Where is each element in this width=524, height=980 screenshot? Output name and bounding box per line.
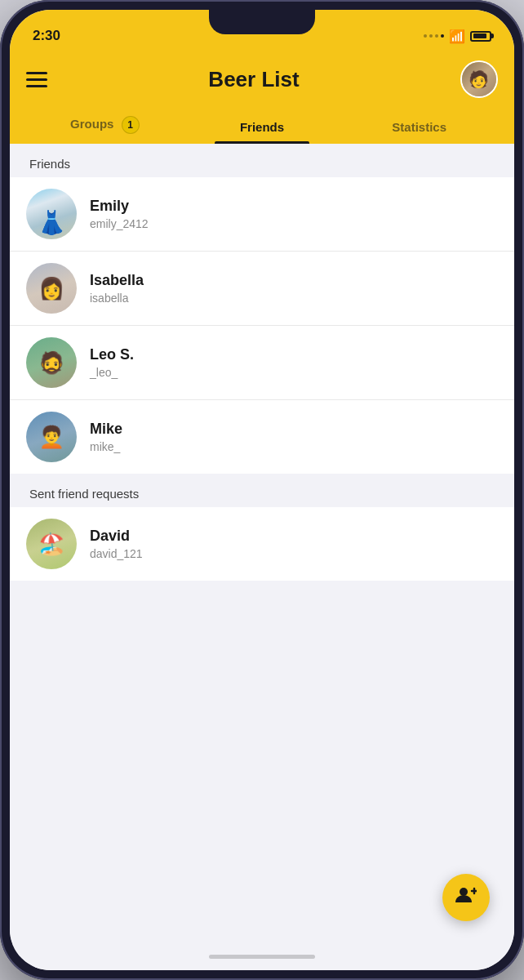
wifi-icon: 📶 xyxy=(449,29,465,44)
avatar-emily xyxy=(26,189,77,239)
tab-bar: Groups 1 Friends Statistics xyxy=(26,108,498,144)
friend-username: david_121 xyxy=(90,547,498,560)
friend-name: Mike xyxy=(90,421,498,438)
home-indicator xyxy=(10,948,514,970)
friend-name: Leo S. xyxy=(90,346,498,363)
phone-screen: 2:30 📶 xyxy=(10,10,514,970)
friend-info: Mike mike_ xyxy=(90,421,498,453)
hamburger-line xyxy=(26,78,47,81)
friend-name: Emily xyxy=(90,198,498,215)
friend-name: Isabella xyxy=(90,272,498,289)
friend-username: _leo_ xyxy=(90,366,498,379)
friend-name: David xyxy=(90,528,498,545)
user-avatar[interactable]: 🧑 xyxy=(460,60,498,98)
avatar-mike: 🧑‍🦱 xyxy=(26,412,77,462)
status-time: 2:30 xyxy=(33,28,60,44)
header-top: Beer List 🧑 xyxy=(26,60,498,108)
list-item[interactable]: 🧑‍🦱 Mike mike_ xyxy=(10,400,514,474)
avatar-david: 🏖️ xyxy=(26,519,77,569)
status-icons: 📶 xyxy=(424,29,491,44)
list-item[interactable]: Emily emily_2412 xyxy=(10,177,514,252)
friends-list: Emily emily_2412 👩 Isabella isabella xyxy=(10,177,514,474)
avatar-image: 🧑 xyxy=(462,62,496,96)
tab-friends[interactable]: Friends xyxy=(184,112,341,144)
notch xyxy=(209,10,315,34)
status-bar: 2:30 📶 xyxy=(10,10,514,52)
menu-button[interactable] xyxy=(26,72,47,87)
groups-badge: 1 xyxy=(122,116,140,134)
content-area: Friends Emily emily_2412 👩 xyxy=(10,144,514,948)
friend-username: isabella xyxy=(90,292,498,305)
friend-username: emily_2412 xyxy=(90,217,498,230)
avatar-leo: 🧔 xyxy=(26,337,77,388)
list-item[interactable]: 🧔 Leo S. _leo_ xyxy=(10,326,514,400)
list-item[interactable]: 👩 Isabella isabella xyxy=(10,252,514,326)
list-item[interactable]: 🏖️ David david_121 xyxy=(10,507,514,581)
phone-frame: 2:30 📶 xyxy=(0,0,524,980)
hamburger-line xyxy=(26,85,47,87)
friend-info: Isabella isabella xyxy=(90,272,498,305)
battery-icon xyxy=(470,31,491,42)
friend-info: Emily emily_2412 xyxy=(90,198,498,230)
friend-info: Leo S. _leo_ xyxy=(90,346,498,379)
avatar-isabella: 👩 xyxy=(26,263,77,314)
svg-point-0 xyxy=(460,888,468,896)
app-title: Beer List xyxy=(208,67,299,92)
hamburger-line xyxy=(26,72,47,74)
sent-requests-section-header: Sent friend requests xyxy=(10,474,514,507)
friends-section-header: Friends xyxy=(10,144,514,177)
friend-username: mike_ xyxy=(90,440,498,453)
signal-icon xyxy=(424,34,444,38)
tab-statistics[interactable]: Statistics xyxy=(340,112,498,144)
tab-groups[interactable]: Groups 1 xyxy=(26,108,184,144)
friend-info: David david_121 xyxy=(90,528,498,560)
sent-requests-list: 🏖️ David david_121 xyxy=(10,507,514,581)
add-friend-button[interactable] xyxy=(442,874,490,921)
header: Beer List 🧑 Groups 1 Friends Statistics xyxy=(10,52,514,144)
add-person-icon xyxy=(455,886,477,909)
home-bar xyxy=(209,955,315,959)
